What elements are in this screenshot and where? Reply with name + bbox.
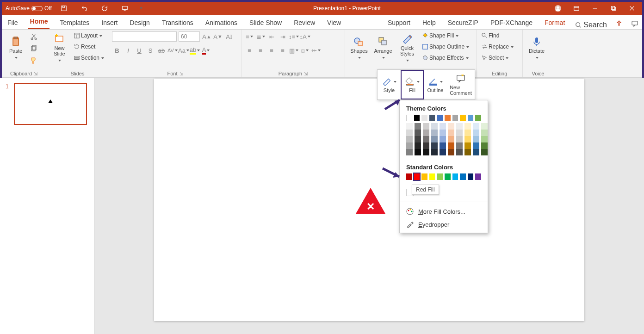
underline-button[interactable]: U [134, 45, 144, 56]
tab-insert[interactable]: Insert [99, 16, 119, 29]
standard-color-swatch[interactable] [475, 173, 481, 180]
standard-color-swatch[interactable] [414, 173, 420, 180]
theme-shade-swatch[interactable] [415, 142, 421, 149]
theme-color-swatch[interactable] [406, 115, 412, 121]
theme-shade-swatch[interactable] [440, 123, 446, 130]
theme-shade-swatch[interactable] [456, 130, 463, 136]
format-painter-icon[interactable] [29, 56, 39, 66]
shape-fill-button[interactable]: Shape Fill [420, 31, 471, 40]
cut-icon[interactable] [29, 31, 39, 42]
mini-fill-button[interactable]: Fill [401, 70, 424, 99]
find-button[interactable]: Find [479, 31, 515, 40]
present-icon[interactable] [117, 2, 133, 15]
theme-shade-swatch[interactable] [481, 130, 488, 136]
font-color-button[interactable]: A [201, 45, 211, 56]
align-text-icon[interactable]: ⎅ [300, 45, 310, 56]
columns-icon[interactable]: ▥ [289, 45, 299, 56]
theme-shade-swatch[interactable] [406, 136, 413, 142]
theme-shade-swatch[interactable] [448, 123, 454, 130]
theme-color-swatch[interactable] [421, 115, 427, 121]
arrange-button[interactable]: Arrange [372, 31, 394, 65]
theme-shade-swatch[interactable] [448, 149, 454, 155]
search-box[interactable]: Search [575, 21, 607, 29]
theme-shade-swatch[interactable] [448, 130, 454, 136]
smartart-icon[interactable]: ⬰ [311, 45, 321, 56]
tab-templates[interactable]: Templates [58, 16, 91, 29]
paste-button[interactable]: Paste [5, 31, 27, 65]
theme-shade-swatch[interactable] [481, 149, 488, 155]
clipboard-launcher-icon[interactable]: ⇲ [34, 71, 37, 76]
tab-review[interactable]: Review [292, 16, 317, 29]
tab-view[interactable]: View [325, 16, 343, 29]
theme-shade-swatch[interactable] [431, 149, 438, 155]
italic-button[interactable]: I [123, 45, 133, 56]
theme-shade-swatch[interactable] [464, 142, 471, 149]
tab-file[interactable]: File [6, 16, 20, 29]
align-center-icon[interactable]: ≡ [255, 45, 266, 56]
theme-shade-swatch[interactable] [456, 149, 463, 155]
char-spacing-button[interactable]: AV [167, 45, 178, 56]
warning-triangle-shape[interactable]: ✕ [356, 188, 385, 214]
shape-effects-button[interactable]: Shape Effects [420, 54, 471, 62]
theme-shade-swatch[interactable] [481, 136, 488, 142]
theme-shade-swatch[interactable] [448, 136, 454, 142]
bold-button[interactable]: B [112, 45, 122, 56]
qat-more-icon[interactable] [137, 2, 144, 15]
theme-shade-swatch[interactable] [415, 123, 421, 130]
replace-button[interactable]: Replace [479, 43, 515, 51]
theme-shade-swatch[interactable] [473, 123, 479, 130]
theme-shade-swatch[interactable] [415, 130, 421, 136]
theme-shade-swatch[interactable] [415, 136, 421, 142]
theme-shade-swatch[interactable] [440, 149, 446, 155]
theme-shade-swatch[interactable] [423, 149, 429, 155]
theme-color-swatch[interactable] [445, 115, 451, 121]
theme-shade-swatch[interactable] [406, 149, 413, 155]
mini-new-comment-button[interactable]: New Comment [447, 70, 475, 99]
standard-color-swatch[interactable] [421, 173, 427, 180]
dictate-button[interactable]: Dictate [526, 31, 548, 65]
tab-support[interactable]: Support [386, 16, 412, 29]
text-direction-icon[interactable]: ↕A [300, 31, 310, 42]
theme-shade-swatch[interactable] [423, 142, 429, 149]
highlight-button[interactable]: ab [190, 45, 200, 56]
undo-icon[interactable] [76, 2, 93, 15]
font-launcher-icon[interactable]: ⇲ [180, 71, 183, 76]
theme-shade-swatch[interactable] [456, 136, 463, 142]
theme-shade-swatch[interactable] [415, 149, 421, 155]
new-slide-button[interactable]: New Slide [49, 31, 70, 65]
standard-color-swatch[interactable] [429, 173, 435, 180]
ribbon-display-icon[interactable] [568, 2, 585, 15]
line-spacing-icon[interactable]: ↕≡ [289, 31, 299, 42]
theme-shade-swatch[interactable] [423, 130, 429, 136]
autosave-toggle[interactable]: AutoSave Off [6, 5, 52, 12]
justify-icon[interactable]: ≡ [278, 45, 288, 56]
theme-shade-swatch[interactable] [473, 136, 479, 142]
theme-color-swatch[interactable] [468, 115, 474, 121]
theme-shade-swatch[interactable] [473, 142, 479, 149]
theme-shade-swatch[interactable] [431, 142, 438, 149]
comments-icon[interactable] [631, 20, 638, 29]
theme-shade-swatch[interactable] [464, 130, 471, 136]
tab-pdfxchange[interactable]: PDF-XChange [489, 16, 534, 29]
copy-icon[interactable] [29, 43, 39, 54]
theme-shade-swatch[interactable] [440, 142, 446, 149]
maximize-icon[interactable] [605, 2, 622, 15]
tab-help[interactable]: Help [421, 16, 438, 29]
save-icon[interactable] [56, 2, 72, 15]
slide-thumbnail[interactable] [14, 83, 87, 125]
mini-outline-button[interactable]: Outline [424, 70, 447, 99]
strike-button[interactable]: ab [156, 45, 167, 56]
theme-shade-swatch[interactable] [431, 130, 438, 136]
theme-color-swatch[interactable] [437, 115, 443, 121]
theme-shade-swatch[interactable] [448, 142, 454, 149]
theme-shade-swatch[interactable] [481, 142, 488, 149]
clear-format-icon[interactable]: A⃠ [224, 31, 234, 42]
theme-shade-swatch[interactable] [464, 136, 471, 142]
theme-shade-swatch[interactable] [423, 123, 429, 130]
shape-outline-button[interactable]: Shape Outline [420, 43, 471, 51]
tab-home[interactable]: Home [28, 15, 50, 29]
close-icon[interactable] [624, 2, 640, 15]
theme-shade-swatch[interactable] [406, 130, 413, 136]
minimize-icon[interactable] [587, 2, 603, 15]
theme-shade-swatch[interactable] [423, 136, 429, 142]
